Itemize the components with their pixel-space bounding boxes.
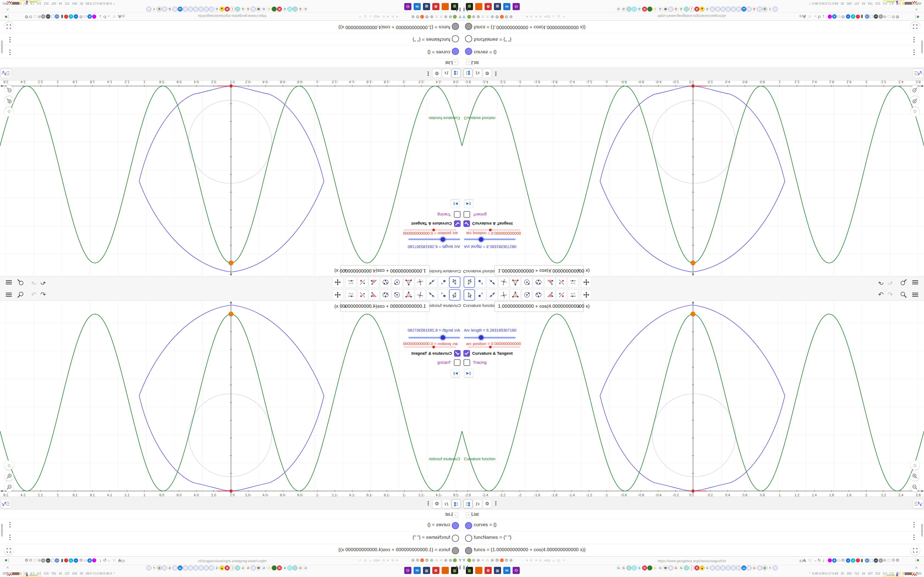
- extension-icon[interactable]: ✓: [41, 558, 45, 563]
- browser-icon[interactable]: ∩: [435, 15, 438, 19]
- browser-icon[interactable]: ▢: [51, 14, 55, 19]
- extension-icon[interactable]: ∨: [69, 558, 73, 563]
- tab-favicon[interactable]: [288, 566, 292, 571]
- extension-icon[interactable]: +: [846, 14, 850, 19]
- extension-icon[interactable]: +: [74, 558, 78, 563]
- tab-favicon[interactable]: ▭: [741, 566, 746, 571]
- extension-icon[interactable]: [64, 15, 68, 19]
- chevron-down-icon[interactable]: ▼: [577, 268, 580, 272]
- browser-icon[interactable]: ∘: [535, 558, 537, 563]
- browser-icon[interactable]: ←: [552, 558, 556, 562]
- visibility-marble[interactable]: [452, 535, 459, 542]
- row-menu-icon[interactable]: •••: [9, 522, 11, 528]
- browser-icon[interactable]: ▭: [83, 14, 87, 19]
- tab-favicon[interactable]: G: [621, 566, 626, 571]
- algebra-row-curves[interactable]: curves = {} •••: [462, 519, 924, 531]
- tab-favicon[interactable]: R: [277, 6, 282, 11]
- browser-icon[interactable]: ↓: [822, 15, 825, 19]
- tab-favicon[interactable]: ⚙: [762, 566, 767, 571]
- browser-icon[interactable]: ⚙: [841, 558, 845, 563]
- tab-favicon[interactable]: G: [246, 6, 250, 11]
- app-icon[interactable]: 64: [414, 3, 421, 10]
- home-button[interactable]: ⌂: [910, 107, 919, 116]
- browser-icon[interactable]: ⊕: [444, 558, 447, 563]
- extension-icon[interactable]: ∨: [851, 14, 855, 19]
- tab-favicon[interactable]: G: [267, 566, 271, 571]
- browser-icon[interactable]: ▮: [61, 558, 63, 563]
- zoom-out-button[interactable]: [910, 85, 919, 95]
- browser-icon[interactable]: A: [118, 15, 121, 19]
- extension-icon[interactable]: UO: [874, 14, 878, 19]
- visibility-marble[interactable]: [465, 535, 472, 542]
- browser-icon[interactable]: ▮: [861, 558, 863, 563]
- tab-favicon[interactable]: G: [214, 566, 219, 571]
- tab-favicon[interactable]: ▭: [178, 566, 183, 571]
- tab-favicon[interactable]: [188, 566, 193, 571]
- tab-favicon[interactable]: G: [267, 6, 271, 11]
- view-toggle-button[interactable]: [913, 499, 923, 508]
- arc-position-slider-knob[interactable]: [432, 346, 435, 348]
- extension-icon[interactable]: [453, 15, 457, 19]
- circle-center-point-tool[interactable]: [522, 277, 532, 288]
- browser-icon[interactable]: ←: [552, 15, 556, 19]
- kebab-menu-button[interactable]: •••: [427, 71, 429, 76]
- tab-favicon[interactable]: [272, 6, 277, 11]
- tab-favicon[interactable]: ▲: [699, 566, 704, 571]
- browser-icon[interactable]: ⚙: [416, 558, 419, 563]
- chevron-down-icon[interactable]: ▼: [344, 305, 347, 309]
- arc-position-slider-knob[interactable]: [489, 229, 492, 231]
- arc-length-slider-knob[interactable]: [479, 237, 483, 242]
- tab-favicon[interactable]: G: [214, 6, 219, 11]
- app-icon[interactable]: ⚇: [513, 3, 520, 10]
- move-tool[interactable]: [449, 289, 460, 301]
- tab-favicon[interactable]: G: [653, 566, 657, 571]
- tab-favicon[interactable]: [292, 6, 297, 11]
- step-button[interactable]: ▶❙: [464, 369, 473, 377]
- extension-icon[interactable]: [453, 558, 457, 562]
- circle-center-point-tool[interactable]: [392, 277, 402, 288]
- tab-favicon[interactable]: G: [282, 6, 287, 11]
- browser-icon[interactable]: ○: [530, 558, 532, 562]
- main-menu-button[interactable]: [6, 292, 12, 300]
- browser-icon[interactable]: →: [107, 558, 111, 562]
- browser-icon[interactable]: ∩: [440, 558, 443, 562]
- search-button[interactable]: [900, 279, 907, 286]
- browser-icon[interactable]: ⊕: [509, 14, 513, 19]
- algebra-tree-button[interactable]: [452, 499, 460, 508]
- kebab-menu-button[interactable]: •••: [495, 71, 497, 76]
- fullscreen-button[interactable]: [4, 22, 13, 31]
- algebra-row-funcnames[interactable]: funcNames = {" "} •••: [0, 531, 462, 544]
- redo-button[interactable]: ↷: [887, 291, 893, 298]
- arc-length-slider[interactable]: [464, 337, 515, 338]
- settings-button[interactable]: ⚙: [483, 499, 492, 508]
- browser-icon[interactable]: ⚙: [505, 558, 508, 563]
- polygon-tool[interactable]: [510, 277, 520, 288]
- row-menu-icon[interactable]: •••: [913, 534, 915, 541]
- browser-icon[interactable]: ○: [392, 558, 394, 562]
- scrollbar-thumb[interactable]: [921, 524, 923, 537]
- tab-favicon[interactable]: [715, 6, 720, 11]
- fullscreen-button[interactable]: [911, 546, 920, 555]
- tab-favicon[interactable]: [726, 6, 731, 11]
- tab-favicon[interactable]: [746, 6, 751, 11]
- extension-icon[interactable]: [92, 15, 96, 19]
- browser-icon[interactable]: ⚙: [29, 558, 32, 563]
- browser-icon[interactable]: ⊕: [430, 14, 433, 19]
- search-button[interactable]: [17, 279, 24, 286]
- app-icon[interactable]: 64: [503, 567, 510, 574]
- tab-favicon[interactable]: G: [752, 6, 757, 11]
- tracing-checkbox[interactable]: [464, 359, 470, 366]
- app-icon[interactable]: 64: [503, 3, 510, 10]
- tab-favicon[interactable]: [627, 566, 632, 571]
- tab-favicon[interactable]: G: [653, 6, 657, 11]
- extension-icon[interactable]: [420, 15, 424, 19]
- collapse-list-button[interactable]: −: [466, 512, 471, 517]
- zoom-out-button[interactable]: [5, 482, 14, 492]
- tab-favicon[interactable]: ▲: [220, 6, 225, 11]
- extension-icon[interactable]: ✓: [879, 558, 883, 563]
- tab-favicon[interactable]: [199, 566, 204, 571]
- main-menu-button[interactable]: [912, 292, 918, 300]
- tab-favicon[interactable]: [146, 566, 151, 571]
- tab-favicon[interactable]: [251, 566, 256, 571]
- browser-icon[interactable]: ⊕: [430, 558, 433, 563]
